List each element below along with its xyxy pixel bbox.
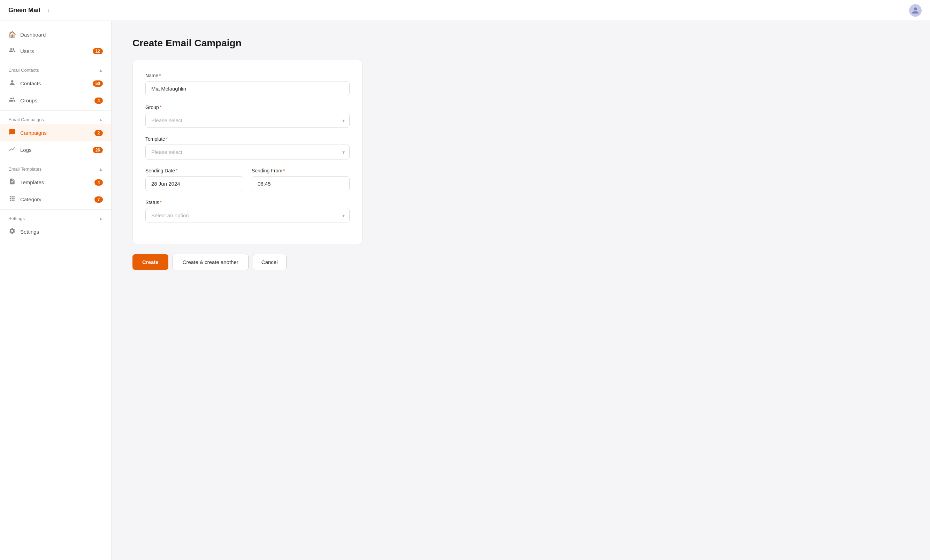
logs-badge: 26 [93,147,103,153]
home-icon: 🏠 [8,31,16,38]
category-badge: 7 [94,196,103,203]
sending-date-input[interactable] [145,176,243,191]
sending-from-label: Sending From* [252,168,350,173]
settings-icon [8,227,16,236]
back-button[interactable]: ‹ [48,7,49,14]
status-select[interactable]: Select an option [145,208,350,223]
email-campaigns-chevron: ▲ [99,117,103,122]
users-icon [8,47,16,55]
contacts-badge: 50 [93,80,103,87]
main-content: Create Email Campaign Name* Group* Pleas… [112,21,930,560]
template-label: Template* [145,136,350,142]
campaigns-badge: 2 [94,130,103,136]
templates-icon [8,178,16,187]
app-title: Green Mail [8,7,40,14]
template-field-group: Template* Please select ▾ [145,136,350,160]
sidebar-label-contacts: Contacts [20,80,89,86]
settings-section[interactable]: Settings ▲ [0,211,111,223]
groups-icon [8,96,16,105]
page-title: Create Email Campaign [132,38,909,49]
email-contacts-label: Email Contacts [8,68,39,73]
sending-from-group: Sending From* [252,168,350,191]
sidebar-item-dashboard[interactable]: 🏠 Dashboard [0,26,111,43]
sidebar-item-contacts[interactable]: Contacts 50 [0,75,111,92]
group-field-group: Group* Please select ▾ [145,104,350,128]
sending-date-group: Sending Date* [145,168,243,191]
email-contacts-chevron: ▲ [99,68,103,73]
sidebar-label-users: Users [20,48,89,54]
settings-chevron: ▲ [99,216,103,221]
email-contacts-section[interactable]: Email Contacts ▲ [0,63,111,75]
contacts-icon [8,79,16,88]
date-from-row: Sending Date* Sending From* [145,168,350,199]
users-badge: 12 [93,48,103,54]
user-avatar[interactable] [909,4,922,17]
sending-from-input[interactable] [252,176,350,191]
sidebar-item-templates[interactable]: Templates 4 [0,174,111,191]
sidebar-item-logs[interactable]: Logs 26 [0,141,111,158]
sending-date-label: Sending Date* [145,168,243,173]
sidebar-label-campaigns: Campaigns [20,130,90,136]
create-button[interactable]: Create [132,254,168,270]
name-label: Name* [145,73,350,78]
create-another-button[interactable]: Create & create another [172,254,248,270]
sidebar: 🏠 Dashboard Users 12 Email Contacts ▲ Co… [0,21,112,560]
email-campaigns-section[interactable]: Email Campaigns ▲ [0,112,111,124]
campaigns-icon [8,129,16,137]
group-select-wrapper: Please select ▾ [145,113,350,128]
sidebar-label-logs: Logs [20,147,89,153]
sidebar-label-category: Category [20,196,90,203]
sidebar-label-dashboard: Dashboard [20,32,103,38]
status-select-wrapper: Select an option ▾ [145,208,350,223]
status-field-group: Status* Select an option ▾ [145,199,350,223]
sidebar-item-campaigns[interactable]: Campaigns 2 [0,124,111,141]
status-label: Status* [145,199,350,205]
top-header: Green Mail ‹ [0,0,930,21]
group-select[interactable]: Please select [145,113,350,128]
name-input[interactable] [145,81,350,96]
templates-badge: 4 [94,180,103,186]
cancel-button[interactable]: Cancel [253,254,286,270]
settings-section-label: Settings [8,216,25,221]
template-select[interactable]: Please select [145,144,350,160]
form-card: Name* Group* Please select ▾ [132,60,362,244]
sidebar-item-category[interactable]: Category 7 [0,191,111,208]
action-buttons: Create Create & create another Cancel [132,254,909,270]
groups-badge: 4 [94,98,103,104]
sidebar-item-users[interactable]: Users 12 [0,43,111,60]
category-icon [8,195,16,204]
email-templates-chevron: ▲ [99,167,103,172]
template-select-wrapper: Please select ▾ [145,144,350,160]
name-field-group: Name* [145,73,350,96]
sidebar-label-settings: Settings [20,229,103,235]
group-label: Group* [145,104,350,110]
sidebar-item-groups[interactable]: Groups 4 [0,92,111,109]
email-campaigns-label: Email Campaigns [8,117,44,122]
email-templates-section[interactable]: Email Templates ▲ [0,162,111,174]
sidebar-label-templates: Templates [20,180,90,185]
email-templates-label: Email Templates [8,166,42,172]
sidebar-item-settings[interactable]: Settings [0,223,111,240]
logs-icon [8,146,16,154]
sidebar-label-groups: Groups [20,98,90,103]
